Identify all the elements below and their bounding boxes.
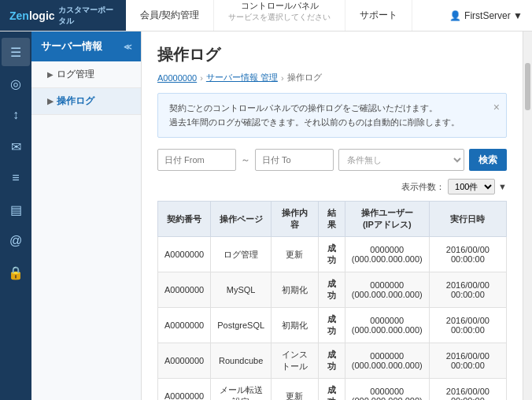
display-count-label: 表示件数： — [401, 181, 445, 193]
td-action: 初期化 — [272, 272, 318, 308]
location-icon[interactable]: ◎ — [2, 69, 30, 98]
search-button[interactable]: 検索 — [469, 149, 507, 171]
td-page: PostgreSQL — [211, 308, 272, 343]
breadcrumb-server[interactable]: サーバー情報 管理 — [206, 72, 278, 83]
breadcrumb-sep1: › — [200, 73, 203, 83]
td-user: 0000000 (000.000.000.000) — [345, 237, 429, 272]
display-count-select-top[interactable]: 100件 50件 20件 — [448, 179, 495, 194]
td-result: 成功 — [318, 237, 345, 272]
th-contract: 契約番号 — [158, 202, 211, 237]
table-row: A0000000Roundcubeインストール成功0000000 (000.00… — [158, 343, 507, 379]
log-management-label: ログ管理 — [57, 68, 94, 81]
td-user: 0000000 (000.000.000.000) — [345, 308, 429, 343]
td-result: 成功 — [318, 308, 345, 343]
td-page: メール転送 設定 — [211, 379, 272, 400]
logo-portal: カスタマーポータル — [58, 5, 116, 27]
left-panel-title: サーバー情報 — [41, 39, 102, 54]
arrow-icon: ▶ — [47, 70, 54, 79]
info-close-button[interactable]: × — [493, 98, 500, 116]
td-contract: A0000000 — [158, 308, 211, 343]
th-user: 操作ユーザー(IPアドレス) — [345, 202, 429, 237]
td-user: 0000000 (000.000.000.000) — [345, 272, 429, 308]
td-result: 成功 — [318, 379, 345, 400]
nav-control-sub: サービスを選択してください — [228, 12, 331, 23]
layout: ☰ ◎ ↕ ✉ ≡ ▤ @ 🔒 サーバー情報 ≪ ▶ ログ管理 ▶ 操作ログ 操… — [0, 31, 532, 400]
database-icon[interactable]: ≡ — [2, 164, 30, 192]
scroll-thumb[interactable] — [525, 63, 530, 110]
operation-log-label: 操作ログ — [57, 94, 94, 108]
nav-control-panel[interactable]: コントロールパネル サービスを選択してください — [214, 0, 345, 31]
left-panel-header: サーバー情報 ≪ — [31, 31, 141, 61]
td-contract: A0000000 — [158, 237, 211, 272]
td-action: インストール — [272, 343, 318, 379]
td-user: 0000000 (000.000.000.000) — [345, 343, 429, 379]
nav-user[interactable]: 👤 FirstServer ▼ — [440, 0, 532, 31]
td-action: 更新 — [272, 379, 318, 400]
arrow-icon-2: ▶ — [47, 97, 54, 106]
info-text-2: 過去1年間のログが確認できます。それ以前のものは自動的に削除します。 — [169, 116, 495, 130]
table-header-row: 契約番号 操作ページ 操作内容 結果 操作ユーザー(IPアドレス) 実行日時 — [158, 202, 507, 237]
mail-icon[interactable]: ✉ — [2, 132, 30, 161]
table-row: A0000000MySQL初期化成功0000000 (000.000.000.0… — [158, 272, 507, 308]
menu-icon[interactable]: ☰ — [2, 38, 30, 66]
date-from-input[interactable] — [157, 149, 236, 171]
info-text-1: 契約ごとのコントロールパネルでの操作ログをご確認いただけます。 — [169, 102, 495, 116]
folder-icon[interactable]: ▤ — [2, 195, 30, 224]
lock-icon[interactable]: 🔒 — [2, 258, 30, 287]
td-result: 成功 — [318, 272, 345, 308]
td-datetime: 2016/00/00 00:00:00 — [429, 308, 506, 343]
at-icon[interactable]: @ — [2, 227, 30, 255]
nav-control-label: コントロールパネル — [241, 0, 319, 12]
user-name: FirstServer ▼ — [464, 10, 523, 21]
condition-select[interactable]: 条件無し — [338, 149, 464, 171]
page-title: 操作ログ — [157, 44, 507, 65]
search-bar: ～ 条件無し 検索 — [157, 149, 507, 171]
operation-log-table: 契約番号 操作ページ 操作内容 結果 操作ユーザー(IPアドレス) 実行日時 A… — [157, 201, 507, 400]
nav-items: 会員/契約管理 コントロールパネル サービスを選択してください サポート — [126, 0, 440, 31]
table-row: A0000000ログ管理更新成功0000000 (000.000.000.000… — [158, 237, 507, 272]
td-page: ログ管理 — [211, 237, 272, 272]
td-contract: A0000000 — [158, 343, 211, 379]
td-datetime: 2016/00/00 00:00:00 — [429, 237, 506, 272]
main-content: 操作ログ A0000000 › サーバー情報 管理 › 操作ログ 契約ごとのコン… — [142, 31, 523, 400]
display-count-top: 表示件数： 100件 50件 20件 ▼ — [157, 179, 507, 194]
sidebar: ☰ ◎ ↕ ✉ ≡ ▤ @ 🔒 — [0, 31, 31, 400]
top-nav: Zenlogic カスタマーポータル 会員/契約管理 コントロールパネル サービ… — [0, 0, 532, 31]
td-action: 初期化 — [272, 308, 318, 343]
sidebar-item-operation-log[interactable]: ▶ 操作ログ — [31, 88, 141, 115]
th-datetime: 実行日時 — [429, 202, 506, 237]
info-box: 契約ごとのコントロールパネルでの操作ログをご確認いただけます。 過去1年間のログ… — [157, 93, 507, 138]
breadcrumb-current: 操作ログ — [287, 72, 322, 83]
table-body: A0000000ログ管理更新成功0000000 (000.000.000.000… — [158, 237, 507, 400]
logo-logic: logic — [29, 9, 55, 22]
left-panel: サーバー情報 ≪ ▶ ログ管理 ▶ 操作ログ — [31, 31, 142, 400]
td-result: 成功 — [318, 343, 345, 379]
table-row: A0000000メール転送 設定更新成功0000000 (000.000.000… — [158, 379, 507, 400]
breadcrumb-sep2: › — [281, 73, 284, 83]
td-datetime: 2016/00/00 00:00:00 — [429, 379, 506, 400]
td-page: Roundcube — [211, 343, 272, 379]
nav-support[interactable]: サポート — [345, 0, 412, 31]
td-user: 0000000 (000.000.000.000) — [345, 379, 429, 400]
collapse-button[interactable]: ≪ — [124, 43, 131, 51]
nav-member[interactable]: 会員/契約管理 — [126, 0, 214, 31]
sidebar-item-log-management[interactable]: ▶ ログ管理 — [31, 61, 141, 88]
td-datetime: 2016/00/00 00:00:00 — [429, 272, 506, 308]
td-datetime: 2016/00/00 00:00:00 — [429, 343, 506, 379]
scrollbar[interactable] — [523, 31, 532, 400]
th-result: 結果 — [318, 202, 345, 237]
date-to-input[interactable] — [255, 149, 334, 171]
td-page: MySQL — [211, 272, 272, 308]
breadcrumb: A0000000 › サーバー情報 管理 › 操作ログ — [157, 72, 507, 83]
td-action: 更新 — [272, 237, 318, 272]
td-contract: A0000000 — [158, 272, 211, 308]
dropdown-arrow-top: ▼ — [498, 182, 507, 191]
logo-zen: Zen — [9, 9, 29, 22]
transfer-icon[interactable]: ↕ — [2, 101, 30, 129]
td-contract: A0000000 — [158, 379, 211, 400]
logo: Zenlogic カスタマーポータル — [0, 0, 126, 31]
th-action: 操作内容 — [272, 202, 318, 237]
tilde-separator: ～ — [241, 154, 250, 167]
breadcrumb-contract[interactable]: A0000000 — [157, 73, 197, 83]
user-icon: 👤 — [449, 10, 461, 21]
